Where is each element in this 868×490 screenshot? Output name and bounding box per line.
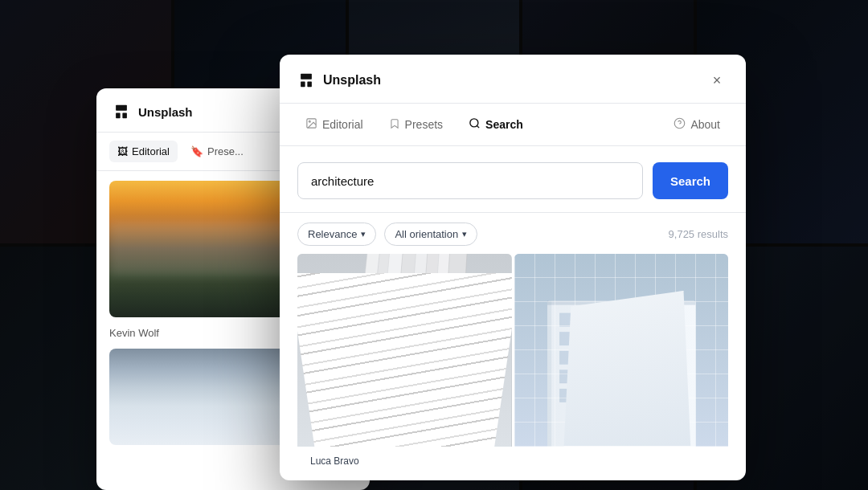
svg-rect-27	[652, 313, 670, 326]
svg-rect-45	[605, 389, 624, 402]
svg-rect-25	[605, 313, 624, 326]
svg-rect-3	[301, 74, 312, 80]
search-input[interactable]	[297, 162, 643, 199]
svg-rect-5	[307, 81, 312, 87]
svg-rect-40	[605, 370, 624, 383]
bookmark-icon	[389, 118, 400, 132]
svg-rect-36	[628, 351, 647, 364]
svg-rect-31	[628, 332, 647, 345]
close-icon: ×	[713, 72, 722, 89]
svg-rect-42	[652, 370, 670, 383]
filter-left: Relevance ▾ All orientation ▾	[297, 223, 477, 246]
main-panel-header: Unsplash ×	[280, 55, 746, 104]
svg-rect-33	[559, 351, 578, 364]
search-section: Search	[280, 146, 746, 213]
nav-search[interactable]: Search	[457, 112, 534, 137]
svg-rect-39	[583, 370, 601, 383]
orientation-label: All orientation	[395, 228, 458, 240]
svg-rect-0	[116, 105, 127, 111]
svg-rect-2	[122, 112, 127, 118]
svg-rect-30	[605, 332, 624, 345]
building-image	[514, 254, 729, 447]
main-panel-title: Unsplash	[323, 73, 381, 88]
svg-rect-4	[301, 81, 305, 87]
svg-rect-38	[559, 370, 578, 383]
nav-editorial-label: Editorial	[322, 118, 363, 131]
unsplash-logo-behind	[113, 103, 130, 120]
main-panel-logo-group: Unsplash	[297, 71, 381, 89]
svg-rect-32	[652, 332, 670, 345]
relevance-label: Relevance	[308, 228, 357, 240]
main-panel: Unsplash × Editorial Presets	[280, 55, 746, 480]
svg-rect-46	[628, 389, 647, 402]
behind-nav-presets-label: Prese...	[207, 145, 244, 157]
svg-rect-41	[628, 370, 647, 383]
svg-marker-14	[359, 254, 398, 447]
svg-marker-13	[347, 254, 388, 447]
svg-rect-26	[628, 313, 647, 326]
svg-rect-34	[583, 351, 601, 364]
svg-point-10	[675, 118, 686, 129]
svg-rect-49	[547, 301, 551, 447]
nav-presets-label: Presets	[405, 118, 443, 131]
image-icon	[305, 117, 317, 132]
results-count: 9,725 results	[669, 228, 728, 240]
orientation-filter[interactable]: All orientation ▾	[384, 223, 477, 246]
relevance-filter[interactable]: Relevance ▾	[297, 223, 376, 246]
svg-rect-37	[652, 351, 670, 364]
nav-editorial[interactable]: Editorial	[294, 112, 375, 137]
svg-rect-47	[652, 389, 670, 402]
close-button[interactable]: ×	[706, 69, 728, 92]
search-button-label: Search	[670, 174, 710, 188]
arch-fins-image	[297, 254, 512, 447]
svg-rect-28	[559, 332, 578, 345]
help-icon	[674, 117, 686, 132]
svg-marker-17	[400, 254, 432, 447]
behind-nav-editorial[interactable]: 🖼 Editorial	[109, 141, 178, 162]
behind-panel-title: Unsplash	[138, 105, 193, 119]
nav-search-label: Search	[485, 118, 523, 131]
svg-rect-24	[583, 313, 601, 326]
svg-marker-15	[371, 254, 409, 447]
search-icon	[469, 117, 481, 132]
search-results-grid: Luca Bravo	[280, 254, 746, 480]
grid-photo-1-caption: Luca Bravo	[305, 454, 364, 468]
svg-marker-20	[437, 254, 467, 447]
svg-point-8	[470, 119, 478, 127]
svg-point-7	[309, 120, 310, 122]
unsplash-logo-main	[297, 71, 315, 89]
svg-line-9	[477, 125, 479, 128]
grid-photo-2[interactable]	[514, 254, 729, 474]
search-button[interactable]: Search	[653, 162, 728, 199]
nav-about-label: About	[690, 118, 720, 131]
filter-bar: Relevance ▾ All orientation ▾ 9,725 resu…	[280, 213, 746, 254]
chevron-down-icon: ▾	[361, 229, 366, 239]
svg-marker-16	[387, 254, 421, 447]
nav-presets[interactable]: Presets	[378, 112, 454, 137]
svg-rect-29	[583, 332, 601, 345]
behind-nav-presets[interactable]: 🔖 Prese...	[182, 141, 252, 162]
main-panel-nav: Editorial Presets Search	[280, 104, 746, 146]
svg-marker-18	[413, 254, 444, 447]
svg-rect-48	[547, 301, 696, 305]
svg-rect-35	[605, 351, 624, 364]
svg-rect-23	[559, 313, 578, 326]
image-icon: 🖼	[117, 145, 128, 157]
nav-about[interactable]: About	[662, 112, 731, 137]
grid-photo-1[interactable]: Luca Bravo	[297, 254, 512, 474]
chevron-down-icon: ▾	[462, 229, 467, 239]
behind-nav-editorial-label: Editorial	[132, 145, 170, 157]
svg-rect-44	[583, 389, 601, 402]
svg-marker-19	[426, 254, 456, 447]
svg-rect-1	[116, 112, 121, 118]
svg-rect-12	[297, 254, 512, 447]
svg-rect-21	[514, 254, 729, 447]
svg-rect-22	[547, 301, 696, 447]
svg-rect-43	[559, 389, 578, 402]
bookmark-icon: 🔖	[190, 145, 203, 157]
